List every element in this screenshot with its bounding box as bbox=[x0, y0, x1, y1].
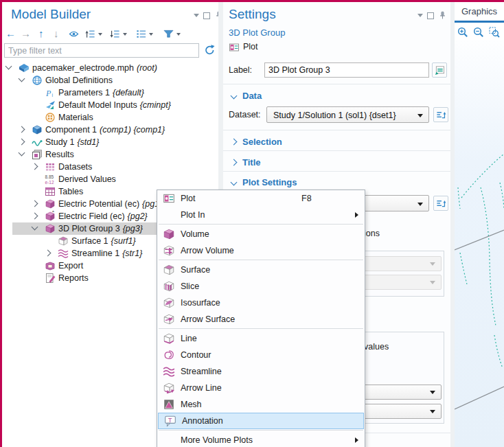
menu-item-shortcut: F8 bbox=[301, 190, 312, 207]
float-icon[interactable] bbox=[427, 12, 434, 19]
zoom-out-icon[interactable] bbox=[473, 27, 484, 38]
zoom-in-icon[interactable] bbox=[457, 27, 468, 38]
expand-list-caret-icon[interactable] bbox=[98, 33, 102, 36]
tree-label: Default Model Inputs bbox=[58, 100, 137, 110]
arrow-line-icon bbox=[163, 382, 175, 394]
plot-icon bbox=[229, 42, 240, 53]
tree-label: Study 1 bbox=[45, 137, 74, 147]
datasets-icon bbox=[45, 161, 56, 172]
tree-tag: {cminpt} bbox=[140, 100, 171, 110]
tree-item-parameters[interactable]: Parameters 1{default} bbox=[0, 87, 218, 99]
section-header-selection[interactable]: Selection bbox=[223, 135, 450, 149]
tree-label: Export bbox=[58, 261, 83, 271]
menu-item-contour[interactable]: Contour bbox=[157, 347, 365, 363]
chevron-down-icon[interactable] bbox=[19, 76, 25, 82]
menu-item-arrow-volume[interactable]: Arrow Volume bbox=[157, 242, 365, 259]
pin-icon[interactable] bbox=[438, 11, 447, 20]
section-header-plot-settings[interactable]: Plot Settings bbox=[223, 176, 450, 190]
tree-item-default-model-inputs[interactable]: Default Model Inputs{cminpt} bbox=[0, 99, 218, 111]
tree-tag: (comp1) {comp1} bbox=[100, 125, 165, 135]
tree-item-datasets[interactable]: Datasets bbox=[0, 161, 218, 173]
move-down-icon[interactable]: ↓ bbox=[54, 28, 59, 39]
collapse-caret-icon[interactable] bbox=[194, 14, 199, 17]
node-list-caret-icon[interactable] bbox=[149, 33, 153, 36]
tree-item-component[interactable]: Component 1(comp1) {comp1} bbox=[0, 124, 218, 136]
section-title: Selection bbox=[242, 137, 282, 147]
expand-list-icon[interactable] bbox=[85, 29, 95, 39]
chevron-right-icon bbox=[231, 159, 238, 166]
graphics-canvas[interactable] bbox=[455, 40, 504, 447]
section-header-data[interactable]: Data bbox=[223, 89, 450, 103]
tree-item-materials[interactable]: Materials bbox=[0, 111, 218, 124]
chevron-right-icon[interactable] bbox=[32, 213, 38, 220]
submenu-arrow-icon bbox=[355, 212, 358, 218]
isosurface-icon bbox=[163, 297, 175, 309]
menu-item-plot-in[interactable]: Plot In bbox=[157, 207, 365, 223]
dataset-dropdown[interactable]: Study 1/Solution 1 (sol1) {dset1} bbox=[266, 106, 429, 123]
menu-item-annotation[interactable]: Annotation bbox=[158, 413, 364, 429]
tree-label: Results bbox=[45, 150, 74, 159]
menu-item-mesh[interactable]: Mesh bbox=[157, 396, 365, 413]
model-root-icon bbox=[19, 62, 30, 73]
chevron-right-icon[interactable] bbox=[19, 139, 25, 146]
materials-icon bbox=[45, 112, 56, 123]
node-list-icon[interactable] bbox=[136, 29, 146, 39]
contour-icon bbox=[163, 349, 175, 361]
move-up-icon[interactable]: ↑ bbox=[38, 28, 44, 39]
filter-input[interactable] bbox=[4, 43, 199, 58]
section-title: Title bbox=[242, 157, 261, 168]
chevron-right-icon[interactable] bbox=[32, 163, 38, 170]
tree-label: Materials bbox=[58, 113, 93, 122]
menu-item-streamline[interactable]: Streamline bbox=[157, 363, 365, 380]
surface-icon bbox=[163, 264, 175, 276]
menu-item-arrow-line[interactable]: Arrow Line bbox=[157, 380, 365, 396]
float-icon[interactable] bbox=[203, 12, 210, 19]
section-header-title[interactable]: Title bbox=[223, 156, 450, 170]
menu-item-arrow-surface[interactable]: Arrow Surface bbox=[157, 311, 365, 328]
dropdown-caret-icon bbox=[417, 203, 423, 206]
plot-node-type-label: Plot bbox=[243, 42, 258, 51]
checkbox-label-fragment: ions bbox=[364, 229, 380, 238]
menu-separator bbox=[159, 430, 363, 431]
chevron-down-icon[interactable] bbox=[19, 150, 25, 157]
chevron-right-icon[interactable] bbox=[45, 250, 51, 257]
chevron-right-icon[interactable] bbox=[32, 200, 38, 207]
window-border-top bbox=[0, 0, 504, 2]
streamline-icon bbox=[163, 365, 175, 378]
tree-tag: {pg2} bbox=[128, 211, 148, 221]
filter-caret-icon[interactable] bbox=[176, 33, 181, 36]
menu-item-surface[interactable]: Surface bbox=[157, 262, 365, 278]
tree-label: Global Definitions bbox=[45, 76, 113, 85]
label-input[interactable] bbox=[264, 62, 429, 78]
filter-funnel-icon[interactable] bbox=[163, 29, 174, 39]
tree-tag: {std1} bbox=[77, 137, 99, 147]
go-to-source-button[interactable] bbox=[433, 107, 448, 122]
tree-item-global-definitions[interactable]: Global Definitions bbox=[0, 74, 218, 87]
forward-arrow-icon[interactable]: → bbox=[21, 28, 31, 39]
refresh-icon[interactable] bbox=[204, 44, 216, 56]
chevron-right-icon[interactable] bbox=[19, 126, 25, 133]
go-to-view-button[interactable] bbox=[433, 196, 448, 211]
menu-item-plot[interactable]: Plot F8 bbox=[157, 190, 365, 207]
show-eye-icon[interactable] bbox=[69, 29, 79, 39]
menu-item-volume[interactable]: Volume bbox=[157, 226, 365, 242]
menu-item-more-volume-plots[interactable]: More Volume Plots bbox=[157, 432, 365, 447]
tab-graphics[interactable]: Graphics bbox=[461, 6, 497, 16]
collapse-caret-icon[interactable] bbox=[417, 14, 423, 17]
menu-item-slice[interactable]: Slice bbox=[157, 278, 365, 295]
zoom-extents-icon[interactable] bbox=[489, 27, 500, 38]
divider bbox=[223, 84, 450, 84]
collapse-list-icon[interactable] bbox=[110, 29, 120, 39]
menu-item-label: Streamline bbox=[181, 363, 222, 380]
tree-item-study[interactable]: Study 1{std1} bbox=[0, 136, 218, 148]
menu-item-isosurface[interactable]: Isosurface bbox=[157, 295, 365, 311]
collapse-list-caret-icon[interactable] bbox=[123, 33, 127, 36]
plot-icon bbox=[163, 192, 175, 205]
tree-item-results[interactable]: Results bbox=[0, 148, 218, 161]
back-arrow-icon[interactable]: ← bbox=[5, 28, 16, 39]
rename-button[interactable] bbox=[432, 62, 447, 78]
tree-item-derived-values[interactable]: Derived Values bbox=[0, 173, 218, 185]
chevron-down-icon[interactable] bbox=[5, 63, 12, 70]
tree-item-root[interactable]: pacemaker_electrode.mph(root) bbox=[0, 62, 218, 74]
menu-item-line[interactable]: Line bbox=[157, 330, 365, 347]
